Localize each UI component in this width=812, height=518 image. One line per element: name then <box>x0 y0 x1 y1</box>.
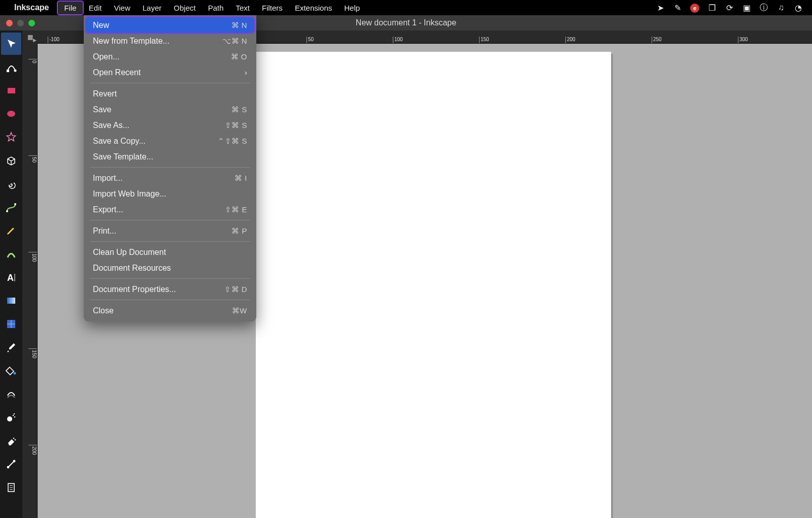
file-menu-new-from-template[interactable]: New from Template...⌥⌘ N <box>84 33 256 49</box>
minimize-window-button[interactable] <box>17 20 24 26</box>
ruler-vertical[interactable]: 050100150200 <box>22 44 38 518</box>
menu-item-label: Import Web Image... <box>93 189 247 199</box>
tool-selector[interactable] <box>1 33 21 55</box>
tool-node[interactable] <box>1 56 21 78</box>
tool-connector[interactable] <box>1 453 21 475</box>
menu-filters[interactable]: Filters <box>256 2 289 14</box>
play-icon[interactable]: ▣ <box>738 3 755 13</box>
menu-layer[interactable]: Layer <box>137 2 168 14</box>
menu-file[interactable]: File <box>58 2 82 14</box>
file-menu-dropdown: New⌘ NNew from Template...⌥⌘ NOpen...⌘ O… <box>84 15 256 321</box>
file-menu-save-a-copy[interactable]: Save a Copy...⌃⇧⌘ S <box>84 133 256 149</box>
tool-spiral[interactable] <box>1 173 21 195</box>
menu-view[interactable]: View <box>108 2 137 14</box>
tool-eraser[interactable] <box>1 430 21 452</box>
ruler-h-tick: 150 <box>479 37 489 43</box>
location-icon[interactable]: ➤ <box>652 3 669 13</box>
file-menu-close[interactable]: Close⌘W <box>84 303 256 318</box>
app-name[interactable]: Inkscape <box>14 3 49 12</box>
file-menu-import-web-image[interactable]: Import Web Image... <box>84 186 256 202</box>
ruler-v-tick: 200 <box>28 445 37 455</box>
file-menu-document-properties[interactable]: Document Properties...⇧⌘ D <box>84 281 256 297</box>
svg-rect-2 <box>8 88 15 93</box>
tool-pages[interactable] <box>1 476 21 499</box>
tool-star[interactable] <box>1 126 21 148</box>
toolbox: A <box>0 30 22 518</box>
file-menu-save-template[interactable]: Save Template... <box>84 149 256 165</box>
menu-text[interactable]: Text <box>230 2 256 14</box>
info-icon[interactable]: ⓘ <box>755 3 772 13</box>
ruler-v-tick: 100 <box>28 252 37 262</box>
menu-item-shortcut: ⌃⇧⌘ S <box>218 137 247 146</box>
svg-point-11 <box>7 416 12 422</box>
tool-3dbox[interactable] <box>1 149 21 172</box>
menu-item-label: Open Recent <box>93 68 245 77</box>
document-title: New document 1 - Inkscape <box>356 18 456 27</box>
svg-point-16 <box>15 439 16 441</box>
menu-separator <box>90 278 250 279</box>
file-menu-document-resources[interactable]: Document Resources <box>84 260 256 276</box>
tool-text[interactable]: A <box>1 266 21 288</box>
svg-rect-0 <box>7 70 9 72</box>
tool-mesh[interactable] <box>1 313 21 335</box>
menu-item-label: Document Properties... <box>93 285 224 294</box>
page[interactable] <box>256 52 611 518</box>
tool-gradient[interactable] <box>1 289 21 312</box>
menu-item-label: Save a Copy... <box>93 137 218 146</box>
menu-item-shortcut: ⌘W <box>232 306 247 315</box>
tool-paintbucket[interactable] <box>1 360 21 382</box>
menu-path[interactable]: Path <box>202 2 230 14</box>
menu-edit[interactable]: Edit <box>83 2 108 14</box>
ruler-v-tick: 150 <box>28 348 37 359</box>
menu-item-shortcut: ⌥⌘ N <box>222 37 247 46</box>
file-menu-new[interactable]: New⌘ N <box>86 17 254 33</box>
menu-item-label: New from Template... <box>93 37 222 46</box>
menu-object[interactable]: Object <box>167 2 201 14</box>
file-menu-save[interactable]: Save⌘ S <box>84 102 256 117</box>
tool-tweak[interactable] <box>1 383 21 405</box>
zoom-window-button[interactable] <box>28 20 35 26</box>
menu-separator <box>90 241 250 242</box>
menu-item-shortcut: ⇧⌘ E <box>225 205 247 214</box>
menu-item-shortcut: ⌘ S <box>231 105 247 114</box>
close-window-button[interactable] <box>6 20 13 26</box>
tool-calligraphy[interactable] <box>1 243 21 265</box>
ruler-h-tick: 250 <box>652 37 662 43</box>
tool-rectangle[interactable] <box>1 79 21 102</box>
tool-spray[interactable] <box>1 406 21 429</box>
svg-point-1 <box>14 70 17 72</box>
tool-dropper[interactable] <box>1 336 21 359</box>
system-menubar: Inkscape FileEditViewLayerObjectPathText… <box>0 0 812 15</box>
tool-bezier[interactable] <box>1 196 21 218</box>
file-menu-import[interactable]: Import...⌘ I <box>84 170 256 186</box>
menu-item-label: Close <box>93 306 232 315</box>
tool-pencil[interactable] <box>1 219 21 242</box>
file-menu-clean-up-document[interactable]: Clean Up Document <box>84 244 256 260</box>
ruler-origin[interactable]: ▦ <box>22 30 38 44</box>
menu-extensions[interactable]: Extensions <box>289 2 338 14</box>
file-menu-print[interactable]: Print...⌘ P <box>84 223 256 239</box>
ruler-h-tick: 200 <box>565 37 576 43</box>
file-menu-revert[interactable]: Revert <box>84 86 256 102</box>
headphones-icon[interactable]: ♫ <box>772 3 790 12</box>
menu-item-label: Import... <box>93 174 234 183</box>
ruler-h-tick: 300 <box>738 37 748 43</box>
window-controls <box>6 20 35 26</box>
svg-point-15 <box>13 438 15 439</box>
file-menu-open[interactable]: Open...⌘ O <box>84 49 256 64</box>
tool-ellipse[interactable] <box>1 103 21 125</box>
menu-item-shortcut: ⇧⌘ D <box>224 285 247 294</box>
menu-help[interactable]: Help <box>338 2 366 14</box>
timemachine-icon[interactable]: ⟳ <box>721 3 738 13</box>
tool-status-icon[interactable]: ✎ <box>669 3 686 13</box>
ruler-h-tick: -100 <box>48 37 59 43</box>
file-menu-save-as[interactable]: Save As...⇧⌘ S <box>84 117 256 133</box>
stage-manager-icon[interactable]: ❐ <box>703 3 721 13</box>
file-menu-open-recent[interactable]: Open Recent› <box>84 64 256 80</box>
menu-item-label: Save As... <box>93 121 225 130</box>
clock-icon[interactable]: ◔ <box>790 3 807 13</box>
menu-separator <box>90 83 250 83</box>
notification-badge-icon[interactable]: e <box>686 3 703 13</box>
file-menu-export[interactable]: Export...⇧⌘ E <box>84 202 256 217</box>
ruler-h-tick: 50 <box>307 37 314 43</box>
